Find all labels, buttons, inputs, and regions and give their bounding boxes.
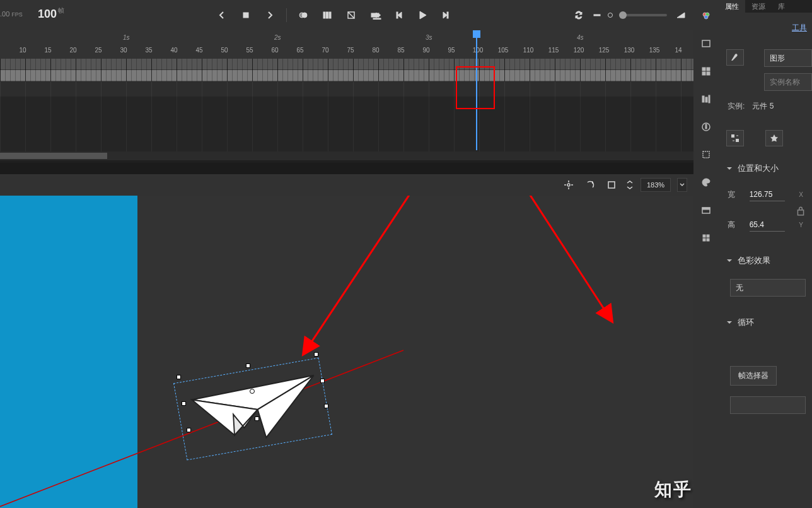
svg-rect-10 (447, 12, 448, 18)
svg-rect-4 (327, 12, 328, 18)
svg-rect-41 (707, 239, 709, 241)
resize-handle[interactable] (246, 363, 250, 368)
resize-handle[interactable] (324, 404, 328, 408)
svg-rect-11 (594, 15, 600, 16)
instance-value[interactable]: 元件 5 (752, 101, 774, 112)
resize-handle[interactable] (314, 352, 318, 357)
keyframe-next-icon[interactable] (262, 8, 277, 23)
resize-handle[interactable] (177, 375, 181, 379)
width-value[interactable]: 126.75 (750, 188, 785, 201)
section-loop[interactable]: 循环 (726, 317, 754, 328)
timeline-panel: .00 FPS 100 帧 (0, 0, 693, 163)
svg-rect-30 (705, 97, 707, 102)
section-color-effect[interactable]: 色彩效果 (726, 255, 770, 266)
panel-tabs: 属性 资源 库 (719, 0, 812, 13)
onion-skin-icon[interactable] (296, 8, 311, 23)
resize-handle[interactable] (182, 401, 186, 406)
loop-first-frame-input[interactable] (730, 396, 806, 414)
zoom-dropdown[interactable] (677, 178, 687, 192)
resize-handle[interactable] (187, 428, 191, 432)
svg-rect-3 (323, 12, 325, 18)
height-label: 高 (728, 220, 735, 230)
svg-line-16 (485, 196, 612, 321)
dock-icon-strip (693, 0, 719, 508)
svg-rect-37 (702, 208, 710, 210)
edit-multiple-frames-icon[interactable] (320, 8, 335, 23)
svg-rect-26 (707, 68, 710, 71)
align-panel-icon[interactable] (698, 91, 714, 107)
info-panel-icon[interactable] (698, 119, 714, 135)
x-label: X (799, 191, 803, 198)
instance-label: 实例: (728, 101, 745, 112)
transform-origin-handle[interactable] (250, 389, 255, 394)
zoom-reset-icon[interactable] (608, 13, 613, 18)
tab-library[interactable]: 库 (772, 0, 791, 13)
export-icon[interactable] (369, 8, 385, 23)
svg-rect-5 (329, 12, 331, 18)
tab-properties[interactable]: 属性 (719, 0, 745, 13)
tab-assets[interactable]: 资源 (745, 0, 772, 13)
svg-rect-31 (709, 95, 710, 103)
resize-handle[interactable] (320, 379, 325, 383)
svg-rect-9 (397, 12, 398, 18)
stage-panel-icon[interactable] (698, 35, 714, 52)
play-icon[interactable] (415, 8, 430, 23)
annotation-box (456, 66, 495, 109)
instance-type-dropdown[interactable]: 图形 (764, 49, 812, 67)
svg-rect-43 (736, 139, 739, 142)
timeline-zoom-slider[interactable] (619, 14, 667, 16)
fit-icon[interactable] (673, 8, 688, 23)
library-panel-icon[interactable] (698, 202, 714, 218)
clip-stage-icon[interactable] (604, 177, 619, 192)
height-value[interactable]: 65.4 (750, 218, 785, 232)
rotate-view-icon[interactable] (583, 177, 598, 192)
zoom-out-icon[interactable] (593, 8, 601, 23)
zoom-level-input[interactable]: 183% (641, 178, 671, 192)
step-back-icon[interactable] (392, 8, 407, 23)
keyframe-prev-icon[interactable] (214, 8, 229, 23)
center-stage-icon[interactable] (561, 177, 576, 192)
svg-rect-8 (373, 18, 381, 20)
zoom-stepper-icon[interactable] (625, 177, 634, 192)
color-panel-icon[interactable] (698, 8, 714, 24)
swatches-panel-icon[interactable] (698, 174, 714, 191)
timeline-frames[interactable] (0, 59, 693, 97)
keyframe-insert-icon[interactable] (238, 8, 253, 23)
loop-icon[interactable] (571, 8, 586, 23)
svg-rect-35 (703, 151, 709, 158)
frame-selector-button[interactable]: 帧选择器 (730, 366, 777, 386)
timeline-h-scrollbar[interactable] (0, 151, 693, 160)
svg-rect-27 (702, 72, 705, 75)
transform-panel-icon[interactable] (698, 146, 714, 163)
svg-line-15 (304, 196, 463, 353)
stage-toolbar: 183% (0, 174, 693, 196)
marker-icon[interactable] (344, 8, 359, 23)
stage-canvas[interactable] (0, 196, 693, 508)
object-type-icon[interactable] (726, 49, 744, 66)
selection-bounding-box[interactable] (179, 370, 327, 448)
svg-rect-24 (702, 40, 710, 47)
svg-rect-34 (705, 124, 707, 126)
assets-panel-icon[interactable] (698, 63, 714, 80)
svg-rect-38 (703, 235, 705, 237)
svg-rect-42 (731, 134, 734, 138)
svg-rect-13 (608, 182, 615, 188)
resize-handle[interactable] (255, 416, 259, 421)
components-panel-icon[interactable] (698, 230, 714, 246)
swap-symbol-button[interactable] (726, 130, 744, 146)
y-label: Y (799, 222, 803, 228)
timeline-ruler[interactable]: 1s2s3s4s 1015202530354045505560657075808… (0, 30, 693, 59)
svg-rect-25 (702, 68, 705, 71)
svg-rect-40 (703, 239, 705, 241)
edit-symbol-button[interactable] (765, 130, 783, 146)
svg-rect-0 (243, 13, 248, 18)
svg-point-12 (567, 184, 570, 186)
tool-link[interactable]: 工具 (792, 23, 807, 33)
timeline-toolbar: .00 FPS 100 帧 (0, 0, 693, 30)
lock-aspect-icon[interactable] (793, 203, 808, 218)
color-effect-dropdown[interactable]: 无 (730, 279, 806, 297)
step-forward-icon[interactable] (438, 8, 453, 23)
instance-name-input[interactable]: 实例名称 (764, 73, 812, 91)
fps-display[interactable]: .00 FPS 100 帧 (0, 8, 69, 23)
section-position-size[interactable]: 位置和大小 (726, 163, 779, 174)
